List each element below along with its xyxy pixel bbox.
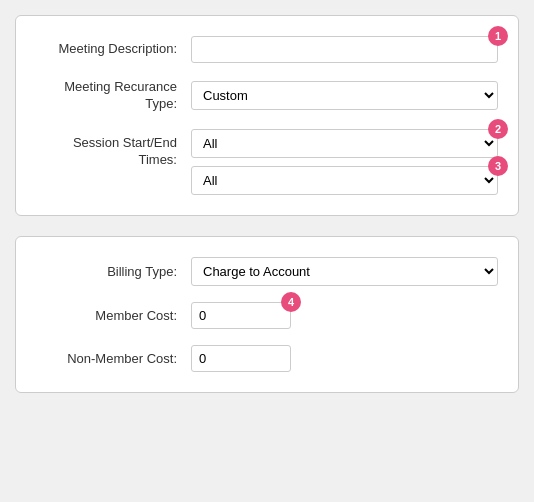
badge-3: 3 bbox=[488, 156, 508, 176]
badge-1: 1 bbox=[488, 26, 508, 46]
session-times-row: Session Start/End Times: All Morning Aft… bbox=[36, 129, 498, 195]
meeting-recurrence-wrap: Custom None Daily Weekly Monthly bbox=[191, 81, 498, 110]
meeting-recurrence-select[interactable]: Custom None Daily Weekly Monthly bbox=[191, 81, 498, 110]
meeting-description-input[interactable] bbox=[191, 36, 498, 63]
session-times-group: All Morning Afternoon Evening 2 All Morn… bbox=[191, 129, 498, 195]
session-end-row: All Morning Afternoon Evening 3 bbox=[191, 166, 498, 195]
billing-type-label: Billing Type: bbox=[36, 264, 191, 279]
session-start-select[interactable]: All Morning Afternoon Evening bbox=[191, 129, 498, 158]
meeting-recurrence-label: Meeting Recurance Type: bbox=[36, 79, 191, 113]
card-billing-info: Billing Type: Charge to Account Pay at D… bbox=[15, 236, 519, 393]
billing-type-row: Billing Type: Charge to Account Pay at D… bbox=[36, 257, 498, 286]
non-member-cost-wrap bbox=[191, 345, 291, 372]
badge-2: 2 bbox=[488, 119, 508, 139]
meeting-description-label: Meeting Description: bbox=[36, 41, 191, 58]
meeting-recurrence-row: Meeting Recurance Type: Custom None Dail… bbox=[36, 79, 498, 113]
session-end-select[interactable]: All Morning Afternoon Evening bbox=[191, 166, 498, 195]
non-member-cost-input[interactable] bbox=[191, 345, 291, 372]
member-cost-label: Member Cost: bbox=[36, 308, 191, 323]
member-cost-wrap: 4 bbox=[191, 302, 291, 329]
non-member-cost-row: Non-Member Cost: bbox=[36, 345, 498, 372]
member-cost-input[interactable] bbox=[191, 302, 291, 329]
session-start-row: All Morning Afternoon Evening 2 bbox=[191, 129, 498, 158]
card-meeting-info: Meeting Description: 1 Meeting Recurance… bbox=[15, 15, 519, 216]
billing-type-select[interactable]: Charge to Account Pay at Door Free bbox=[191, 257, 498, 286]
meeting-description-wrap: 1 bbox=[191, 36, 498, 63]
non-member-cost-label: Non-Member Cost: bbox=[36, 351, 191, 366]
badge-4: 4 bbox=[281, 292, 301, 312]
member-cost-row: Member Cost: 4 bbox=[36, 302, 498, 329]
meeting-description-row: Meeting Description: 1 bbox=[36, 36, 498, 63]
session-times-label: Session Start/End Times: bbox=[36, 135, 191, 169]
billing-type-wrap: Charge to Account Pay at Door Free bbox=[191, 257, 498, 286]
